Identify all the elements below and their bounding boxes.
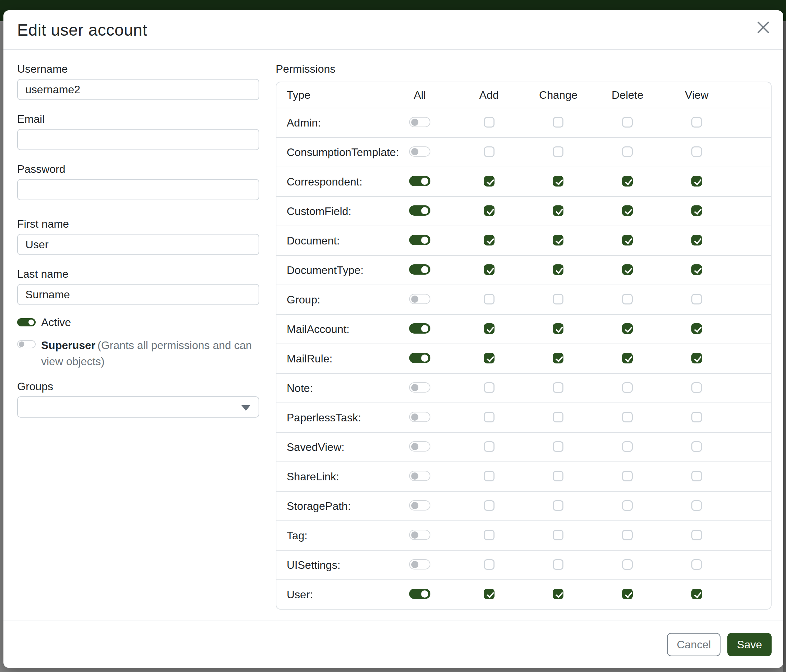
permission-view-checkbox[interactable] [691, 323, 702, 334]
permission-add-checkbox[interactable] [484, 264, 495, 275]
permission-view-checkbox[interactable] [691, 176, 702, 187]
permission-add-checkbox[interactable] [484, 500, 495, 511]
permission-all-toggle[interactable] [409, 117, 431, 127]
permission-all-toggle[interactable] [409, 264, 431, 275]
permission-delete-checkbox[interactable] [622, 471, 633, 481]
permission-change-checkbox[interactable] [553, 382, 563, 393]
email-input[interactable] [17, 129, 259, 150]
permission-delete-checkbox[interactable] [622, 117, 633, 127]
permission-change-checkbox[interactable] [553, 441, 563, 452]
permission-all-toggle[interactable] [409, 589, 431, 599]
permission-view-checkbox[interactable] [691, 206, 702, 216]
permission-change-checkbox[interactable] [553, 353, 563, 363]
password-input[interactable] [17, 179, 259, 200]
permission-change-checkbox[interactable] [553, 559, 563, 570]
permission-view-checkbox[interactable] [691, 146, 702, 157]
permission-view-checkbox[interactable] [691, 412, 702, 422]
permission-all-toggle[interactable] [409, 471, 431, 481]
permission-type-label: ConsumptionTemplate: [277, 146, 385, 159]
permission-all-toggle[interactable] [409, 500, 431, 510]
permission-add-checkbox[interactable] [484, 146, 495, 157]
permission-view-checkbox[interactable] [691, 382, 702, 393]
last-name-input[interactable] [17, 284, 259, 305]
permission-all-toggle[interactable] [409, 176, 431, 186]
permission-change-checkbox[interactable] [553, 264, 563, 275]
permission-view-checkbox[interactable] [691, 294, 702, 305]
permission-add-checkbox[interactable] [484, 382, 495, 393]
permission-view-checkbox[interactable] [691, 500, 702, 511]
permission-add-checkbox[interactable] [484, 323, 495, 334]
permission-add-checkbox[interactable] [484, 559, 495, 570]
permission-change-checkbox[interactable] [553, 146, 563, 157]
permission-change-checkbox[interactable] [553, 589, 563, 599]
permission-all-toggle[interactable] [409, 441, 431, 452]
permission-delete-checkbox[interactable] [622, 323, 633, 334]
permission-view-checkbox[interactable] [691, 471, 702, 481]
active-toggle[interactable] [17, 318, 36, 327]
permission-delete-checkbox[interactable] [622, 235, 633, 245]
permission-change-checkbox[interactable] [553, 412, 563, 422]
permission-delete-checkbox[interactable] [622, 264, 633, 275]
permission-all-toggle[interactable] [409, 353, 431, 363]
permission-delete-checkbox[interactable] [622, 176, 633, 187]
permission-add-checkbox[interactable] [484, 412, 495, 422]
permission-add-checkbox[interactable] [484, 206, 495, 216]
permission-change-checkbox[interactable] [553, 294, 563, 305]
permission-view-checkbox[interactable] [691, 235, 702, 245]
permission-all-toggle[interactable] [409, 206, 431, 216]
permission-change-checkbox[interactable] [553, 500, 563, 511]
permission-delete-checkbox[interactable] [622, 441, 633, 452]
permission-delete-checkbox[interactable] [622, 530, 633, 540]
permission-delete-checkbox[interactable] [622, 146, 633, 157]
permission-add-checkbox[interactable] [484, 294, 495, 305]
permission-all-toggle[interactable] [409, 559, 431, 570]
first-name-label: First name [17, 217, 259, 231]
permission-change-checkbox[interactable] [553, 206, 563, 216]
permission-add-checkbox[interactable] [484, 471, 495, 481]
permission-change-checkbox[interactable] [553, 323, 563, 334]
close-button[interactable] [755, 19, 772, 36]
permission-add-checkbox[interactable] [484, 117, 495, 127]
permission-all-toggle[interactable] [409, 530, 431, 540]
permission-type-label: Note: [277, 382, 385, 395]
permission-add-checkbox[interactable] [484, 530, 495, 540]
permission-change-checkbox[interactable] [553, 471, 563, 481]
permission-view-checkbox[interactable] [691, 117, 702, 127]
permission-delete-checkbox[interactable] [622, 500, 633, 511]
permission-view-checkbox[interactable] [691, 264, 702, 275]
permission-delete-checkbox[interactable] [622, 353, 633, 363]
permission-delete-checkbox[interactable] [622, 294, 633, 305]
permission-delete-checkbox[interactable] [622, 412, 633, 422]
groups-select[interactable] [17, 396, 259, 418]
username-input[interactable] [17, 79, 259, 100]
first-name-input[interactable] [17, 234, 259, 255]
save-button[interactable]: Save [727, 633, 772, 656]
permission-change-checkbox[interactable] [553, 117, 563, 127]
permission-delete-checkbox[interactable] [622, 589, 633, 599]
permission-delete-checkbox[interactable] [622, 206, 633, 216]
permission-add-checkbox[interactable] [484, 235, 495, 245]
permission-view-checkbox[interactable] [691, 589, 702, 599]
permission-change-checkbox[interactable] [553, 235, 563, 245]
permission-all-toggle[interactable] [409, 412, 431, 422]
permission-all-toggle[interactable] [409, 294, 431, 304]
permission-all-toggle[interactable] [409, 235, 431, 245]
cancel-button[interactable]: Cancel [667, 633, 720, 656]
permission-add-checkbox[interactable] [484, 589, 495, 599]
permission-change-checkbox[interactable] [553, 176, 563, 187]
permission-view-checkbox[interactable] [691, 530, 702, 540]
permission-add-checkbox[interactable] [484, 353, 495, 363]
permission-view-checkbox[interactable] [691, 559, 702, 570]
permission-change-checkbox[interactable] [553, 530, 563, 540]
permission-add-checkbox[interactable] [484, 441, 495, 452]
page-scrollbar[interactable] [783, 21, 786, 672]
permission-all-toggle[interactable] [409, 146, 431, 157]
permission-delete-checkbox[interactable] [622, 382, 633, 393]
permission-delete-checkbox[interactable] [622, 559, 633, 570]
superuser-toggle[interactable] [17, 340, 36, 349]
permission-all-toggle[interactable] [409, 323, 431, 334]
permission-view-checkbox[interactable] [691, 441, 702, 452]
permission-add-checkbox[interactable] [484, 176, 495, 187]
permission-view-checkbox[interactable] [691, 353, 702, 363]
permission-all-toggle[interactable] [409, 382, 431, 393]
